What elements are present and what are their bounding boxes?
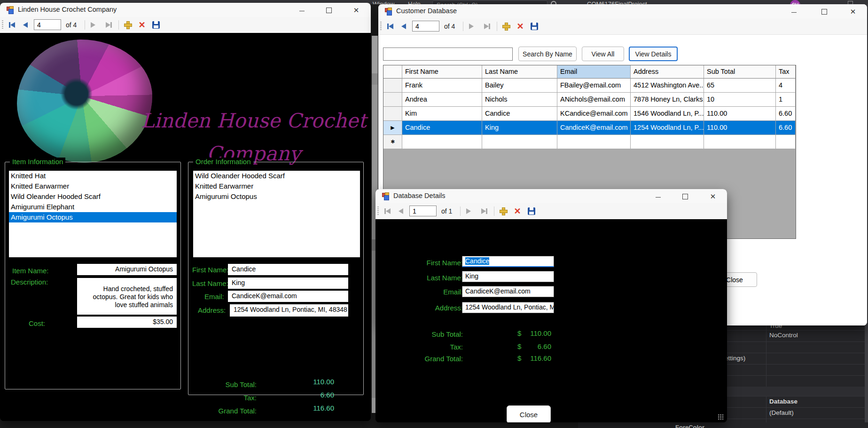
resize-grip[interactable] — [718, 414, 724, 420]
table-cell[interactable]: Kim — [402, 107, 482, 121]
delete-icon[interactable]: ✕ — [516, 18, 525, 34]
close-button[interactable]: ✕ — [844, 6, 862, 17]
first-name-textbox[interactable]: Candice — [228, 264, 348, 275]
cost-textbox[interactable]: $35.00 — [77, 317, 177, 328]
table-cell[interactable]: Andrea — [402, 93, 482, 107]
move-next-button[interactable] — [89, 17, 97, 33]
close-button[interactable]: ✕ — [347, 5, 366, 16]
move-first-button[interactable] — [7, 17, 17, 33]
column-header[interactable]: Email — [557, 65, 631, 79]
list-item[interactable]: Wild Oleander Hooded Scarf — [193, 171, 360, 181]
view-details-button[interactable]: View Details — [629, 47, 678, 61]
list-item[interactable]: Amigurumi Elephant — [9, 202, 177, 212]
table-row[interactable]: KimCandiceKCandice@email.com1546 Woodlan… — [383, 107, 796, 121]
customer-search-input[interactable] — [383, 48, 513, 61]
table-cell[interactable]: Bailey — [482, 79, 557, 93]
list-item[interactable]: Amigurumi Octopus — [193, 191, 360, 202]
maximize-button[interactable] — [320, 5, 338, 16]
table-row[interactable]: ▶CandiceKingCandiceK@email.com1254 Woodl… — [383, 121, 796, 135]
search-by-name-button[interactable]: Search By Name — [518, 47, 577, 61]
vs-window-control-icon[interactable] — [848, 1, 853, 4]
property-value-default[interactable]: (Default) — [769, 409, 794, 416]
add-new-icon[interactable] — [123, 17, 133, 33]
move-first-button[interactable] — [382, 203, 392, 219]
table-cell[interactable]: 1 — [776, 93, 796, 107]
address-textbox[interactable]: 1254 Woodland Ln, Pontiac, M — [462, 302, 554, 313]
view-all-button[interactable]: View All — [582, 47, 624, 61]
details-titlebar[interactable]: Database Details ✕ — [375, 189, 727, 204]
table-row[interactable]: AndreaNicholsANichols@email.com7878 Hone… — [383, 93, 796, 107]
add-new-icon[interactable] — [499, 203, 508, 219]
last-name-textbox[interactable]: King — [462, 271, 554, 282]
move-last-button[interactable] — [479, 203, 489, 219]
property-value[interactable]: NoControl — [769, 332, 798, 339]
save-icon[interactable] — [530, 18, 539, 34]
table-cell[interactable]: Nichols — [482, 93, 557, 107]
move-last-button[interactable] — [482, 18, 492, 34]
table-cell[interactable]: ANichols@email.com — [557, 93, 631, 107]
delete-icon[interactable]: ✕ — [513, 203, 522, 219]
vs-menu-help[interactable]: Help — [408, 0, 421, 4]
table-cell[interactable]: 1254 Woodland Ln, P... — [631, 121, 704, 135]
property-name[interactable]: ettings) — [725, 355, 745, 362]
column-header[interactable]: Sub Total — [704, 65, 776, 79]
email-textbox[interactable]: CandiceK@email.com — [228, 291, 348, 302]
minimize-button[interactable] — [649, 191, 667, 202]
delete-icon[interactable]: ✕ — [137, 17, 147, 33]
table-cell[interactable]: 10 — [704, 93, 776, 107]
list-item[interactable]: Wild Oleander Hooded Scarf — [9, 191, 177, 202]
table-cell[interactable]: 4512 Washington Ave... — [631, 79, 704, 93]
list-item[interactable]: Amigurumi Octopus — [9, 212, 177, 222]
move-previous-button[interactable] — [400, 18, 407, 34]
table-cell[interactable]: 6.60 — [776, 121, 796, 135]
details-close-button[interactable]: Close — [507, 405, 551, 422]
last-name-textbox[interactable]: King — [228, 277, 348, 289]
table-cell[interactable]: CandiceK@email.com — [557, 121, 631, 135]
vs-account-avatar[interactable]: CH — [790, 0, 800, 4]
toolbar-grip[interactable] — [380, 22, 382, 31]
move-previous-button[interactable] — [397, 203, 405, 219]
table-cell[interactable]: KCandice@email.com — [557, 107, 631, 121]
add-new-icon[interactable] — [501, 18, 511, 34]
row-selector-header[interactable] — [383, 65, 402, 79]
table-cell[interactable]: 7878 Honey Ln, Clarks... — [631, 93, 704, 107]
table-cell[interactable]: King — [482, 121, 557, 135]
table-new-row[interactable]: ✱ — [383, 135, 796, 149]
move-previous-button[interactable] — [22, 17, 29, 33]
maximize-button[interactable] — [815, 6, 834, 17]
table-cell[interactable]: 65 — [704, 79, 776, 93]
order-listbox[interactable]: Wild Oleander Hooded ScarfKnitted Earwar… — [193, 171, 360, 257]
description-textbox[interactable]: Hand crocheted, stuffed octopus. Great f… — [77, 278, 177, 315]
table-cell[interactable]: Frank — [402, 79, 482, 93]
email-textbox[interactable]: CandiceK@email.com — [462, 286, 554, 297]
row-selector[interactable] — [383, 93, 402, 107]
list-item[interactable]: Knitted Earwarmer — [9, 181, 177, 191]
minimize-button[interactable] — [784, 6, 803, 17]
item-name-textbox[interactable]: Amigurumi Octopus — [77, 264, 177, 275]
vs-menu-window[interactable]: Window — [373, 0, 394, 4]
minimize-button[interactable] — [292, 5, 311, 16]
column-header[interactable]: First Name — [402, 65, 482, 79]
table-cell[interactable]: Candice — [482, 107, 557, 121]
column-header[interactable]: Address — [631, 65, 704, 79]
position-textbox[interactable] — [409, 206, 437, 216]
toolbar-grip[interactable] — [377, 206, 379, 216]
column-header[interactable]: Last Name — [482, 65, 557, 79]
vs-search-box[interactable]: Search (Ctrl+Q) — [432, 0, 547, 4]
list-item[interactable]: Knitted Hat — [9, 171, 177, 181]
property-name-forecolor[interactable]: ForeColor — [675, 424, 704, 428]
row-selector[interactable] — [383, 107, 402, 121]
position-textbox[interactable] — [34, 19, 61, 30]
table-cell[interactable]: 4 — [776, 79, 796, 93]
row-selector[interactable]: ▶ — [383, 121, 402, 135]
save-icon[interactable] — [151, 17, 161, 33]
close-button[interactable]: ✕ — [704, 191, 722, 202]
customer-titlebar[interactable]: Customer Database ✕ — [378, 4, 867, 19]
first-name-textbox[interactable]: Candice — [462, 256, 554, 267]
item-listbox[interactable]: Knitted HatKnitted EarwarmerWild Oleande… — [9, 171, 177, 257]
position-textbox[interactable] — [412, 21, 439, 32]
table-row[interactable]: FrankBaileyFBailey@email.com4512 Washing… — [383, 79, 796, 93]
move-next-button[interactable] — [468, 18, 475, 34]
table-cell[interactable]: 110.00 — [704, 107, 776, 121]
table-cell[interactable]: 1546 Woodland Ln, P... — [631, 107, 704, 121]
